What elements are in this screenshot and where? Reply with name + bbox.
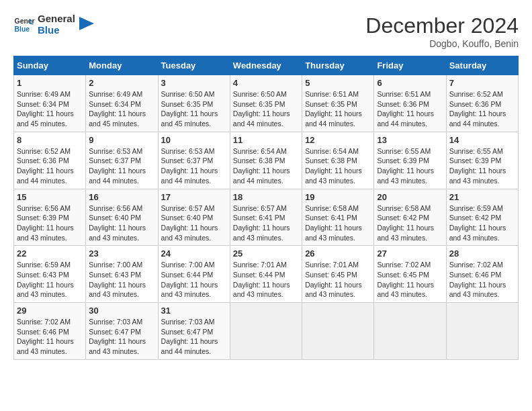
day-info: Sunrise: 6:59 AMSunset: 6:43 PMDaylight:…	[17, 260, 83, 300]
day-number: 15	[17, 192, 83, 202]
day-number: 2	[89, 78, 154, 88]
svg-marker-4	[79, 17, 94, 30]
calendar-cell: 14 Sunrise: 6:55 AMSunset: 6:39 PMDaylig…	[446, 132, 518, 189]
day-info: Sunrise: 7:00 AMSunset: 6:44 PMDaylight:…	[161, 260, 227, 300]
calendar-cell: 21 Sunrise: 6:59 AMSunset: 6:42 PMDaylig…	[446, 189, 518, 246]
day-number: 28	[449, 248, 515, 259]
day-info: Sunrise: 6:54 AMSunset: 6:38 PMDaylight:…	[233, 146, 299, 186]
day-info: Sunrise: 6:54 AMSunset: 6:38 PMDaylight:…	[305, 146, 371, 186]
day-number: 13	[377, 135, 443, 145]
day-number: 18	[233, 192, 299, 202]
day-number: 26	[305, 248, 371, 259]
day-number: 12	[305, 135, 371, 145]
day-info: Sunrise: 6:58 AMSunset: 6:41 PMDaylight:…	[305, 203, 371, 243]
day-info: Sunrise: 7:02 AMSunset: 6:46 PMDaylight:…	[449, 260, 515, 300]
logo: General Blue General Blue	[13, 13, 94, 36]
day-info: Sunrise: 6:56 AMSunset: 6:39 PMDaylight:…	[17, 203, 83, 243]
day-number: 20	[377, 192, 443, 202]
day-info: Sunrise: 6:58 AMSunset: 6:42 PMDaylight:…	[377, 203, 443, 243]
calendar-cell: 25 Sunrise: 7:01 AMSunset: 6:44 PMDaylig…	[230, 246, 302, 303]
calendar-week-row: 1 Sunrise: 6:49 AMSunset: 6:34 PMDayligh…	[14, 75, 519, 132]
day-number: 10	[161, 135, 227, 145]
day-info: Sunrise: 6:50 AMSunset: 6:35 PMDaylight:…	[161, 89, 227, 129]
calendar-cell: 16 Sunrise: 6:56 AMSunset: 6:40 PMDaylig…	[86, 189, 158, 246]
day-info: Sunrise: 7:02 AMSunset: 6:46 PMDaylight:…	[17, 317, 83, 357]
weekday-header-wednesday: Wednesday	[230, 56, 302, 75]
calendar-cell: 2 Sunrise: 6:49 AMSunset: 6:34 PMDayligh…	[86, 75, 158, 132]
calendar-week-row: 15 Sunrise: 6:56 AMSunset: 6:39 PMDaylig…	[14, 189, 519, 246]
day-number: 23	[89, 248, 154, 259]
day-info: Sunrise: 6:56 AMSunset: 6:40 PMDaylight:…	[89, 203, 154, 243]
calendar-cell: 5 Sunrise: 6:51 AMSunset: 6:35 PMDayligh…	[302, 75, 374, 132]
day-info: Sunrise: 6:49 AMSunset: 6:34 PMDaylight:…	[17, 89, 83, 129]
day-info: Sunrise: 6:55 AMSunset: 6:39 PMDaylight:…	[377, 146, 443, 186]
calendar-cell	[302, 303, 374, 360]
day-number: 1	[17, 78, 83, 88]
weekday-header-friday: Friday	[374, 56, 446, 75]
calendar-cell: 17 Sunrise: 6:57 AMSunset: 6:40 PMDaylig…	[158, 189, 230, 246]
day-number: 30	[89, 306, 154, 316]
day-number: 11	[233, 135, 299, 145]
weekday-header-monday: Monday	[86, 56, 158, 75]
day-info: Sunrise: 6:57 AMSunset: 6:40 PMDaylight:…	[161, 203, 227, 243]
day-number: 22	[17, 248, 83, 259]
weekday-header-saturday: Saturday	[446, 56, 518, 75]
calendar-cell: 20 Sunrise: 6:58 AMSunset: 6:42 PMDaylig…	[374, 189, 446, 246]
weekday-header-thursday: Thursday	[302, 56, 374, 75]
calendar-cell	[374, 303, 446, 360]
day-number: 9	[89, 135, 154, 145]
calendar-cell	[230, 303, 302, 360]
calendar-week-row: 8 Sunrise: 6:52 AMSunset: 6:36 PMDayligh…	[14, 132, 519, 189]
day-number: 7	[449, 78, 515, 88]
calendar-cell: 8 Sunrise: 6:52 AMSunset: 6:36 PMDayligh…	[14, 132, 86, 189]
calendar-cell: 18 Sunrise: 6:57 AMSunset: 6:41 PMDaylig…	[230, 189, 302, 246]
day-number: 24	[161, 248, 227, 259]
month-title: December 2024	[365, 13, 519, 38]
day-number: 5	[305, 78, 371, 88]
calendar-cell: 6 Sunrise: 6:51 AMSunset: 6:36 PMDayligh…	[374, 75, 446, 132]
title-block: December 2024 Dogbo, Kouffo, Benin	[365, 13, 519, 49]
day-info: Sunrise: 7:02 AMSunset: 6:45 PMDaylight:…	[377, 260, 443, 300]
calendar-table: SundayMondayTuesdayWednesdayThursdayFrid…	[13, 56, 519, 360]
day-info: Sunrise: 6:55 AMSunset: 6:39 PMDaylight:…	[449, 146, 515, 186]
calendar-header-row: SundayMondayTuesdayWednesdayThursdayFrid…	[14, 56, 519, 75]
day-info: Sunrise: 6:51 AMSunset: 6:36 PMDaylight:…	[377, 89, 443, 129]
svg-text:Blue: Blue	[15, 25, 30, 32]
calendar-cell: 30 Sunrise: 7:03 AMSunset: 6:47 PMDaylig…	[86, 303, 158, 360]
day-info: Sunrise: 7:03 AMSunset: 6:47 PMDaylight:…	[161, 317, 227, 357]
day-info: Sunrise: 6:49 AMSunset: 6:34 PMDaylight:…	[89, 89, 154, 129]
logo-blue: Blue	[38, 25, 75, 36]
day-number: 29	[17, 306, 83, 316]
day-number: 6	[377, 78, 443, 88]
day-info: Sunrise: 6:57 AMSunset: 6:41 PMDaylight:…	[233, 203, 299, 243]
calendar-cell: 23 Sunrise: 7:00 AMSunset: 6:43 PMDaylig…	[86, 246, 158, 303]
logo-arrow-icon	[79, 14, 94, 33]
calendar-cell: 27 Sunrise: 7:02 AMSunset: 6:45 PMDaylig…	[374, 246, 446, 303]
day-info: Sunrise: 6:53 AMSunset: 6:37 PMDaylight:…	[161, 146, 227, 186]
calendar-cell: 10 Sunrise: 6:53 AMSunset: 6:37 PMDaylig…	[158, 132, 230, 189]
calendar-cell: 15 Sunrise: 6:56 AMSunset: 6:39 PMDaylig…	[14, 189, 86, 246]
day-number: 3	[161, 78, 227, 88]
calendar-cell: 29 Sunrise: 7:02 AMSunset: 6:46 PMDaylig…	[14, 303, 86, 360]
weekday-header-sunday: Sunday	[14, 56, 86, 75]
calendar-cell	[446, 303, 518, 360]
day-number: 4	[233, 78, 299, 88]
calendar-cell: 9 Sunrise: 6:53 AMSunset: 6:37 PMDayligh…	[86, 132, 158, 189]
calendar-cell: 7 Sunrise: 6:52 AMSunset: 6:36 PMDayligh…	[446, 75, 518, 132]
day-info: Sunrise: 6:50 AMSunset: 6:35 PMDaylight:…	[233, 89, 299, 129]
day-info: Sunrise: 6:51 AMSunset: 6:35 PMDaylight:…	[305, 89, 371, 129]
day-number: 17	[161, 192, 227, 202]
calendar-cell: 24 Sunrise: 7:00 AMSunset: 6:44 PMDaylig…	[158, 246, 230, 303]
day-number: 14	[449, 135, 515, 145]
day-number: 8	[17, 135, 83, 145]
page-header: General Blue General Blue December 2024 …	[13, 13, 519, 49]
day-number: 16	[89, 192, 154, 202]
day-info: Sunrise: 7:01 AMSunset: 6:44 PMDaylight:…	[233, 260, 299, 300]
day-number: 27	[377, 248, 443, 259]
day-info: Sunrise: 7:03 AMSunset: 6:47 PMDaylight:…	[89, 317, 154, 357]
weekday-header-tuesday: Tuesday	[158, 56, 230, 75]
day-info: Sunrise: 6:59 AMSunset: 6:42 PMDaylight:…	[449, 203, 515, 243]
day-number: 21	[449, 192, 515, 202]
day-number: 25	[233, 248, 299, 259]
calendar-cell: 1 Sunrise: 6:49 AMSunset: 6:34 PMDayligh…	[14, 75, 86, 132]
